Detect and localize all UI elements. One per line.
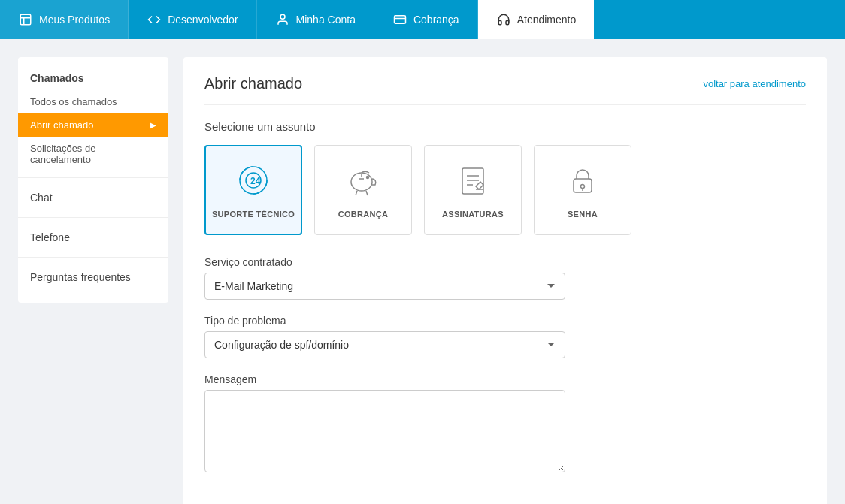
svg-rect-0 xyxy=(20,14,31,25)
sidebar-section-title: Chamados xyxy=(18,69,168,90)
nav-minha-conta-label: Minha Conta xyxy=(296,14,356,26)
message-label: Mensagem xyxy=(204,373,806,385)
service-form-group: Serviço contratado E-Mail Marketing Auto… xyxy=(204,256,806,300)
svg-point-17 xyxy=(581,184,585,188)
user-icon xyxy=(275,12,290,27)
problem-select[interactable]: Configuração de spf/domínio Entregabilid… xyxy=(204,331,565,358)
card-assinaturas[interactable]: ASSINATURAS xyxy=(424,145,522,235)
subject-cards: 24 SUPORTE TÉCNICO xyxy=(204,145,806,235)
back-link[interactable]: voltar para atendimento xyxy=(703,78,806,89)
box-icon xyxy=(18,12,33,27)
card-suporte-tecnico[interactable]: 24 SUPORTE TÉCNICO xyxy=(204,145,302,235)
sidebar-item-todos-chamados[interactable]: Todos os chamados xyxy=(18,90,168,113)
page-title: Abrir chamado xyxy=(204,75,302,92)
nav-cobranca-label: Cobrança xyxy=(413,14,459,26)
nav-atendimento[interactable]: Atendimento xyxy=(478,0,595,39)
nav-desenvolvedor[interactable]: Desenvolvedor xyxy=(129,0,256,39)
nav-atendimento-label: Atendimento xyxy=(517,14,577,26)
problem-form-group: Tipo de problema Configuração de spf/dom… xyxy=(204,315,806,358)
edit-icon xyxy=(455,162,491,201)
subject-label: Selecione um assunto xyxy=(204,120,806,133)
content-area: Abrir chamado voltar para atendimento Se… xyxy=(183,57,827,504)
nav-desenvolvedor-label: Desenvolvedor xyxy=(168,14,238,26)
nav-minha-conta[interactable]: Minha Conta xyxy=(257,0,374,39)
nav-cobranca[interactable]: Cobrança xyxy=(374,0,478,39)
top-navigation: Meus Produtos Desenvolvedor Minha Conta … xyxy=(0,0,845,39)
message-textarea[interactable] xyxy=(204,390,565,472)
card-cobranca[interactable]: COBRANÇA xyxy=(314,145,412,235)
svg-point-10 xyxy=(367,176,369,178)
sidebar: Chamados Todos os chamados Abrir chamado… xyxy=(18,57,168,303)
sidebar-divider-2 xyxy=(18,217,168,218)
code-icon xyxy=(147,12,162,27)
piggybank-icon xyxy=(345,162,381,201)
svg-rect-4 xyxy=(394,16,405,24)
sidebar-item-telefone[interactable]: Telefone xyxy=(18,224,168,251)
service-select[interactable]: E-Mail Marketing Automação de Marketing … xyxy=(204,273,565,300)
sidebar-item-abrir-chamado[interactable]: Abrir chamado xyxy=(18,113,168,137)
billing-icon xyxy=(392,12,407,27)
main-layout: Chamados Todos os chamados Abrir chamado… xyxy=(0,39,845,504)
card-assinaturas-label: ASSINATURAS xyxy=(442,210,504,219)
nav-meus-produtos-label: Meus Produtos xyxy=(39,14,110,26)
sidebar-item-faq[interactable]: Perguntas frequentes xyxy=(18,264,168,291)
svg-rect-11 xyxy=(462,168,483,194)
sidebar-divider-3 xyxy=(18,257,168,258)
card-cobranca-label: COBRANÇA xyxy=(338,210,389,219)
sidebar-item-cancelamento[interactable]: Solicitações de cancelamento xyxy=(18,137,168,171)
svg-point-3 xyxy=(280,14,285,19)
sidebar-item-chat[interactable]: Chat xyxy=(18,184,168,211)
content-header: Abrir chamado voltar para atendimento xyxy=(204,75,806,105)
support-icon: 24 xyxy=(235,162,271,201)
headset-icon xyxy=(496,12,511,27)
nav-meus-produtos[interactable]: Meus Produtos xyxy=(0,0,129,39)
service-label: Serviço contratado xyxy=(204,256,806,268)
message-form-group: Mensagem xyxy=(204,373,806,475)
problem-label: Tipo de problema xyxy=(204,315,806,327)
lock-icon xyxy=(565,162,601,201)
card-suporte-tecnico-label: SUPORTE TÉCNICO xyxy=(212,210,295,219)
svg-text:24: 24 xyxy=(250,176,261,186)
sidebar-divider-1 xyxy=(18,177,168,178)
card-senha[interactable]: SENHA xyxy=(534,145,631,235)
card-senha-label: SENHA xyxy=(568,210,598,219)
